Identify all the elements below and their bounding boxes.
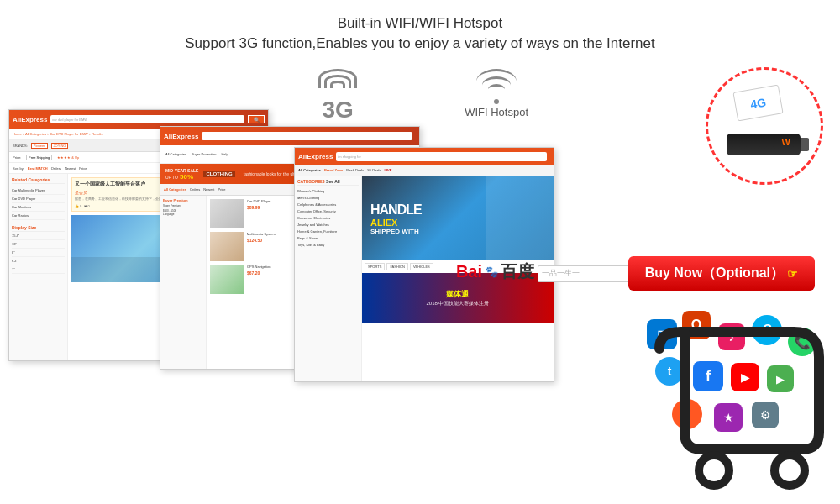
device-4g-label: 4G (749, 95, 767, 111)
sc3-media-subtitle: 2018 中国技能大赛媒体注册 (426, 300, 489, 307)
sc3-cat-jewelry: Jewelry and Watches (297, 221, 359, 228)
sc3-cat-phones: Cellphones & Accessories (297, 201, 359, 207)
baidu-paw-icon: Bai (456, 262, 482, 281)
sc2-mid-year-text: MID-YEAR SALE UP TO 50% (165, 168, 198, 181)
baidu-logo-area: Bai 🐾 百度 (456, 260, 534, 283)
sc3-cat-computer: Computer Office, Security (297, 207, 359, 214)
wifi-icon (475, 69, 517, 102)
sc1-breadcrumb: Home > All Categories > Car DVD Player f… (13, 132, 102, 136)
clothing-label: CLOTHING (203, 171, 234, 177)
cursor-icon: ☞ (787, 267, 798, 281)
sc3-media-title: 媒体通 (426, 289, 489, 300)
sc2-product-img-3 (210, 265, 244, 294)
sc3-cat-electronics: Consumer Electronics (297, 214, 359, 221)
sc3-sidebar: CATEGORIES See All Women's Clothing Men'… (295, 176, 362, 381)
cart-body-path (685, 332, 819, 449)
sc1-size-13: 13" (12, 240, 65, 249)
sc3-cat-mens: Men's Clothing (297, 194, 359, 201)
device-image-area: 4G W (722, 92, 806, 160)
shopping-cart-area (643, 323, 827, 491)
sc2-header-bar: AliExpress (160, 127, 419, 145)
wifi-arc-small (488, 84, 505, 94)
sc2-sidebar: Buyer Premium Super Premium $500 - 1500 … (160, 196, 207, 370)
sc1-size-62: 6.2" (12, 257, 65, 265)
main-title-line1: Built-in WIFI/WIFI Hotspot (0, 15, 840, 32)
buy-now-button[interactable]: Buy Now（Optional） ☞ (628, 256, 815, 291)
baidu-text: 百度 (501, 260, 534, 283)
sc3-cat-womens: Women's Clothing (297, 187, 359, 194)
sc3-header-bar: AliExpress im shopping for (295, 148, 554, 165)
sc3-nav-tabs: All Categories Brand Zone Flash Deals S5… (295, 165, 554, 176)
sc1-brand: AliExpress (13, 116, 47, 123)
cart-wheel-right (774, 455, 805, 486)
sc1-size-7: 7" (12, 265, 65, 274)
buy-now-label: Buy Now（Optional） (645, 265, 784, 282)
header-section: Built-in WIFI/WIFI Hotspot Support 3G fu… (0, 0, 840, 60)
sc3-fashion-banner: HANDLE ALIEX SHIPPED WITH (362, 176, 554, 260)
shopping-cart-svg (643, 323, 827, 491)
sc3-cat-home: Home & Garden, Furniture (297, 228, 359, 234)
sc1-related-categories: Related Categories (12, 177, 65, 184)
sc1-cat-monitors: Car Monitors (12, 203, 65, 212)
sc3-brand: AliExpress (298, 153, 333, 160)
device-usb-connector (801, 138, 809, 151)
sc1-cat-radios: Car Radios (12, 212, 65, 220)
sc3-banner-text: HANDLE ALIEX SHIPPED WITH (370, 202, 422, 235)
main-title-line2: Support 3G function,Enables you to enjoy… (0, 35, 840, 52)
sc1-size-154: 15.4" (12, 232, 65, 240)
sc2-product-img-1 (210, 199, 244, 228)
sc1-cat-multimedia: Car Multimedia Player (12, 186, 65, 195)
sc3-model-area (486, 176, 554, 260)
3g-arc-inner (330, 81, 345, 88)
sc2-product-img-2 (210, 232, 244, 261)
sc1-cat-dvd: Car DVD Player (12, 195, 65, 203)
sc2-brand: AliExpress (164, 133, 198, 140)
device-circle-container: 4G W (706, 67, 823, 185)
device-usb-body: W (727, 134, 801, 155)
sc3-cat-bags: Bags & Shoes (297, 234, 359, 241)
sc1-display-size: Display Size (12, 225, 65, 232)
baidu-search-placeholder: 一品一生一 (542, 268, 580, 279)
sc1-sidebar: Related Categories Car Multimedia Player… (9, 174, 68, 361)
device-wifi-logo: W (782, 137, 790, 147)
baidu-paw-symbol: 🐾 (485, 265, 498, 278)
sc1-size-8: 8" (12, 249, 65, 257)
sc3-cat-toys: Toys, Kids & Baby (297, 241, 359, 248)
cart-wheel-left (699, 455, 729, 486)
wifi-dot (494, 99, 499, 104)
device-4g-card: 4G (732, 84, 783, 121)
sc3-categories-title: CATEGORIES See All (297, 179, 359, 186)
